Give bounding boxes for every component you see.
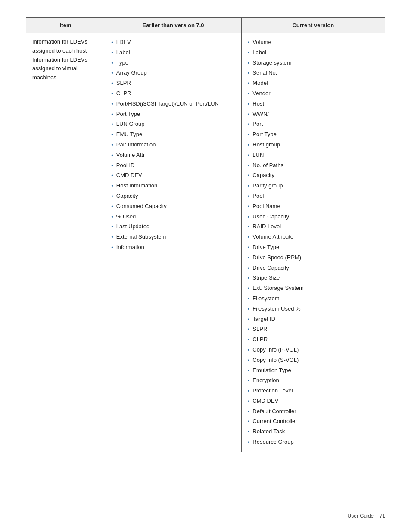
- list-item: LUN: [248, 150, 379, 161]
- current-cell: VolumeLabelStorage systemSerial No.Model…: [241, 33, 385, 452]
- main-table: Item Earlier than version 7.0 Current ve…: [26, 17, 385, 452]
- table-row: Information for LDEVs assigned to each h…: [26, 33, 385, 452]
- list-item: Default Controller: [248, 407, 379, 417]
- list-item: Label: [111, 48, 235, 58]
- item-description: Information for LDEVs assigned to each h…: [32, 38, 87, 81]
- list-item: SLPR: [248, 324, 379, 335]
- list-item: LDEV: [111, 37, 235, 48]
- list-item: Host group: [248, 140, 379, 150]
- header-current-label: Current version: [292, 22, 334, 28]
- list-item: Pool Name: [248, 202, 379, 212]
- list-item: Volume: [248, 37, 379, 48]
- list-item: Used Capacity: [248, 212, 379, 222]
- col-header-current: Current version: [241, 18, 385, 33]
- list-item: CLPR: [248, 335, 379, 345]
- list-item: CMD DEV: [248, 396, 379, 407]
- list-item: Copy Info (P-VOL): [248, 345, 379, 355]
- list-item: WWN/: [248, 109, 379, 120]
- list-item: Capacity: [111, 191, 235, 202]
- list-item: Storage system: [248, 58, 379, 68]
- list-item: Host: [248, 99, 379, 109]
- list-item: Array Group: [111, 68, 235, 78]
- list-item: Pool: [248, 191, 379, 202]
- list-item: Type: [111, 58, 235, 68]
- footer: User Guide 71: [348, 513, 385, 519]
- list-item: Ext. Storage System: [248, 283, 379, 294]
- header-earlier-label: Earlier than version 7.0: [142, 22, 204, 28]
- list-item: Resource Group: [248, 437, 379, 448]
- list-item: Target ID: [248, 314, 379, 325]
- list-item: No. of Paths: [248, 161, 379, 171]
- list-item: LUN Group: [111, 119, 235, 130]
- list-item: Stripe Size: [248, 273, 379, 283]
- list-item: Drive Speed (RPM): [248, 253, 379, 263]
- list-item: Copy Info (S-VOL): [248, 355, 379, 366]
- list-item: Current Controller: [248, 417, 379, 427]
- footer-page-number: 71: [380, 513, 385, 519]
- page-wrapper: Item Earlier than version 7.0 Current ve…: [0, 0, 411, 478]
- list-item: SLPR: [111, 78, 235, 89]
- list-item: Pool ID: [111, 161, 235, 171]
- item-cell: Information for LDEVs assigned to each h…: [26, 33, 105, 452]
- list-item: Encryption: [248, 376, 379, 386]
- list-item: Volume Attr: [111, 150, 235, 161]
- footer-label: User Guide: [348, 513, 374, 519]
- list-item: CLPR: [111, 89, 235, 99]
- list-item: RAID Level: [248, 222, 379, 232]
- list-item: EMU Type: [111, 130, 235, 140]
- list-item: Label: [248, 48, 379, 58]
- list-item: Port Type: [248, 130, 379, 140]
- list-item: Drive Type: [248, 243, 379, 253]
- list-item: Information: [111, 243, 235, 253]
- list-item: Consumed Capacity: [111, 202, 235, 212]
- table-header-row: Item Earlier than version 7.0 Current ve…: [26, 18, 385, 33]
- list-item: CMD DEV: [111, 171, 235, 181]
- list-item: Pair Information: [111, 140, 235, 150]
- col-header-earlier: Earlier than version 7.0: [105, 18, 242, 33]
- list-item: Vendor: [248, 89, 379, 99]
- col-header-item: Item: [26, 18, 105, 33]
- list-item: Host Information: [111, 181, 235, 191]
- list-item: Port Type: [111, 109, 235, 120]
- current-list: VolumeLabelStorage systemSerial No.Model…: [248, 37, 379, 448]
- list-item: Serial No.: [248, 68, 379, 78]
- earlier-list: LDEVLabelTypeArray GroupSLPRCLPRPort/HSD…: [111, 37, 235, 253]
- list-item: % Used: [111, 212, 235, 222]
- list-item: Port/HSD(iSCSI Target)/LUN or Port/LUN: [111, 99, 235, 109]
- list-item: Model: [248, 78, 379, 89]
- header-item-label: Item: [60, 22, 72, 28]
- list-item: Related Task: [248, 427, 379, 437]
- list-item: Filesystem Used %: [248, 304, 379, 314]
- list-item: External Subsystem: [111, 232, 235, 243]
- list-item: Emulation Type: [248, 366, 379, 376]
- list-item: Parity group: [248, 181, 379, 191]
- list-item: Filesystem: [248, 294, 379, 304]
- list-item: Volume Attribute: [248, 232, 379, 243]
- list-item: Capacity: [248, 171, 379, 181]
- earlier-cell: LDEVLabelTypeArray GroupSLPRCLPRPort/HSD…: [105, 33, 242, 452]
- list-item: Port: [248, 119, 379, 130]
- list-item: Protection Level: [248, 386, 379, 396]
- list-item: Last Updated: [111, 222, 235, 232]
- list-item: Drive Capacity: [248, 263, 379, 274]
